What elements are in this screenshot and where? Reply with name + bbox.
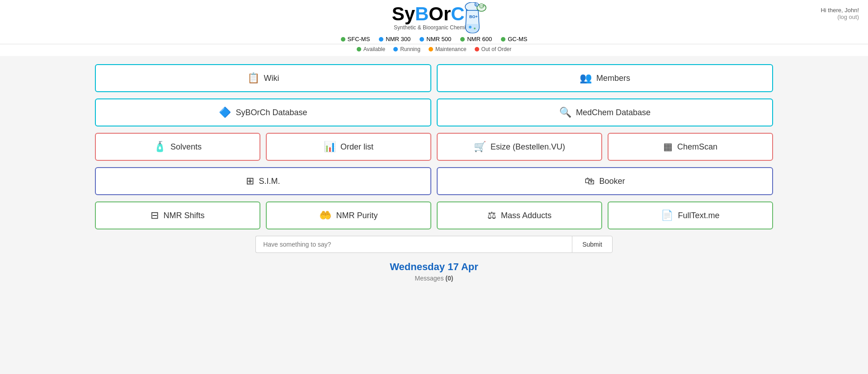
header: SyBOrCh Synthetic & Bioorganic Chemistry… [0, 0, 868, 33]
medchem-db-icon: 🔍 [559, 108, 571, 117]
messages-count: (0) [445, 275, 453, 282]
status-bar: SFC-MS NMR 300 NMR 500 NMR 600 GC-MS [0, 33, 868, 44]
fulltext-button[interactable]: 📄 FullText.me [608, 201, 773, 229]
booker-icon: 🛍 [585, 176, 594, 186]
order-list-icon: 📊 [324, 142, 336, 152]
members-label: Members [596, 74, 630, 83]
dot-sfc-ms [341, 37, 345, 42]
esize-button[interactable]: 🛒 Esize (Bestellen.VU) [437, 133, 602, 161]
row-sim-booker: ⊞ S.I.M. 🛍 Booker [95, 167, 773, 195]
nmr-purity-icon: 🤲 [319, 210, 331, 220]
chemscan-icon: ▦ [663, 142, 673, 152]
legend-out-of-order: Out of Order [475, 46, 512, 52]
logout-link[interactable]: (log out) [821, 14, 859, 20]
dot-nmr-300 [379, 37, 383, 42]
date-title: Wednesday 17 Apr [95, 261, 773, 273]
date-section: Wednesday 17 Apr Messages (0) [95, 261, 773, 282]
order-list-button[interactable]: 📊 Order list [266, 133, 431, 161]
medchem-db-label: MedChem Database [576, 108, 651, 117]
feedback-input[interactable] [255, 236, 572, 253]
dot-available [357, 47, 361, 51]
svg-point-3 [474, 28, 476, 29]
nmr-purity-button[interactable]: 🤲 NMR Purity [266, 201, 431, 229]
chemscan-label: ChemScan [677, 142, 717, 152]
status-sfc-ms: SFC-MS [341, 36, 370, 42]
dot-gc-ms [501, 37, 505, 42]
legend-running-label: Running [400, 46, 420, 52]
chemscan-button[interactable]: ▦ ChemScan [608, 133, 773, 161]
status-nmr-300: NMR 300 [379, 36, 410, 42]
legend-available: Available [357, 46, 385, 52]
label-sfc-ms: SFC-MS [348, 36, 370, 42]
esize-label: Esize (Bestellen.VU) [491, 142, 565, 152]
svg-text:Ch: Ch [480, 5, 484, 8]
messages-label: Messages [415, 275, 444, 282]
svg-text:BO+: BO+ [469, 14, 478, 19]
legend-maintenance-label: Maintenance [435, 46, 467, 52]
mass-adducts-button[interactable]: ⚖ Mass Adducts [437, 201, 602, 229]
label-gc-ms: GC-MS [508, 36, 527, 42]
syborch-db-button[interactable]: 🔷 SyBOrCh Database [95, 98, 431, 126]
user-greeting: Hi there, John! [821, 7, 859, 14]
sim-icon: ⊞ [246, 176, 254, 186]
status-gc-ms: GC-MS [501, 36, 527, 42]
dot-running [393, 47, 398, 51]
dot-maintenance [429, 47, 433, 51]
mass-adducts-icon: ⚖ [487, 210, 496, 220]
flask-icon: BO+ Ch B [457, 2, 488, 38]
mass-adducts-label: Mass Adducts [501, 211, 552, 220]
submit-label: Submit [582, 241, 602, 248]
status-nmr-500: NMR 500 [420, 36, 451, 42]
dot-nmr-500 [420, 37, 424, 42]
user-info: Hi there, John! (log out) [821, 7, 859, 20]
dot-out-of-order [475, 47, 479, 51]
legend-bar: Available Running Maintenance Out of Ord… [0, 44, 868, 56]
esize-icon: 🛒 [474, 142, 486, 152]
booker-label: Booker [599, 177, 625, 186]
legend-available-label: Available [363, 46, 385, 52]
solvents-icon: 🧴 [154, 142, 166, 152]
syborch-db-icon: 🔷 [219, 108, 231, 117]
legend-maintenance: Maintenance [429, 46, 467, 52]
nmr-shifts-label: NMR Shifts [163, 211, 204, 220]
solvents-label: Solvents [170, 142, 202, 152]
row-tools-2: ⊟ NMR Shifts 🤲 NMR Purity ⚖ Mass Adducts… [95, 201, 773, 229]
feedback-area: Submit [95, 236, 773, 253]
solvents-button[interactable]: 🧴 Solvents [95, 133, 260, 161]
wiki-icon: 📋 [247, 73, 259, 83]
legend-out-of-order-label: Out of Order [481, 46, 512, 52]
members-button[interactable]: 👥 Members [437, 64, 773, 92]
fulltext-icon: 📄 [661, 210, 673, 220]
legend-running: Running [393, 46, 420, 52]
nmr-purity-label: NMR Purity [336, 211, 377, 220]
row-wiki-members: 📋 Wiki 👥 Members [95, 64, 773, 92]
sim-label: S.I.M. [259, 177, 280, 186]
members-icon: 👥 [580, 73, 592, 83]
medchem-db-button[interactable]: 🔍 MedChem Database [437, 98, 773, 126]
syborch-db-label: SyBOrCh Database [236, 108, 307, 117]
fulltext-label: FullText.me [678, 211, 719, 220]
svg-point-2 [469, 26, 472, 28]
label-nmr-300: NMR 300 [386, 36, 410, 42]
label-nmr-500: NMR 500 [426, 36, 451, 42]
svg-text:B: B [475, 3, 477, 6]
main-content: 📋 Wiki 👥 Members 🔷 SyBOrCh Database 🔍 Me… [86, 64, 782, 282]
row-tools-1: 🧴 Solvents 📊 Order list 🛒 Esize (Bestell… [95, 133, 773, 161]
sim-button[interactable]: ⊞ S.I.M. [95, 167, 431, 195]
row-databases: 🔷 SyBOrCh Database 🔍 MedChem Database [95, 98, 773, 126]
messages-line: Messages (0) [95, 275, 773, 282]
wiki-label: Wiki [264, 74, 279, 83]
booker-button[interactable]: 🛍 Booker [437, 167, 773, 195]
nmr-shifts-button[interactable]: ⊟ NMR Shifts [95, 201, 260, 229]
submit-button[interactable]: Submit [572, 236, 613, 253]
nmr-shifts-icon: ⊟ [151, 210, 159, 220]
wiki-button[interactable]: 📋 Wiki [95, 64, 431, 92]
order-list-label: Order list [340, 142, 373, 152]
